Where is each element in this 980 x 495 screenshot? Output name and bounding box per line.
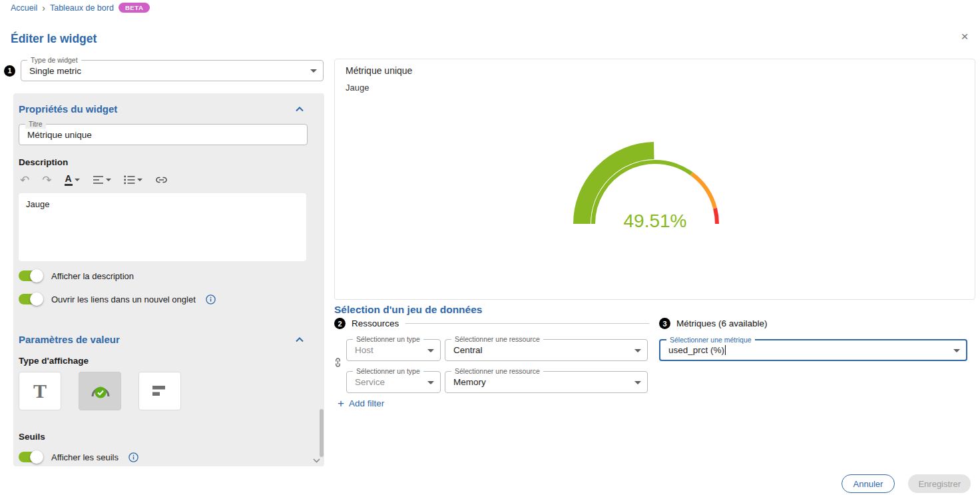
display-type-bar-button[interactable] <box>138 372 181 410</box>
text-cursor <box>725 345 726 355</box>
properties-section-header: Propriétés du widget <box>19 101 306 117</box>
chevron-down-icon <box>427 381 434 384</box>
metric-select[interactable]: Sélectionner une métrique used_prct (%) <box>659 339 967 361</box>
metric-select-value: used_prct (%) <box>668 345 724 355</box>
resources-label: Ressources <box>352 318 399 328</box>
align-button[interactable] <box>91 173 113 187</box>
open-links-info-icon[interactable] <box>206 294 216 304</box>
breadcrumb-home-link[interactable]: Accueil <box>11 3 37 13</box>
value-settings-section-header: Paramètres de valeur <box>19 332 306 347</box>
chevron-up-icon <box>296 337 304 342</box>
chevron-down-icon <box>106 179 111 181</box>
open-links-toggle[interactable] <box>19 294 43 304</box>
step-1-badge: 1 <box>4 65 15 77</box>
gauge-display-icon <box>87 380 113 402</box>
show-thresholds-label: Afficher les seuils <box>51 452 119 462</box>
resource-row: Sélectionner un type Host Sélectionner u… <box>346 339 648 361</box>
resource-row: Sélectionner un type Service Sélectionne… <box>346 371 648 393</box>
widget-editor-page: Accueil › Tableaux de bord BETA Éditer l… <box>0 0 980 495</box>
text-color-icon: A <box>65 174 73 186</box>
chevron-down-icon <box>137 179 142 181</box>
link-resources-icon <box>334 358 342 368</box>
show-thresholds-toggle[interactable] <box>19 452 43 462</box>
plus-icon: + <box>338 398 344 409</box>
link-icon[interactable] <box>154 174 169 186</box>
chevron-down-icon <box>634 349 641 352</box>
display-type-label: Type d'affichage <box>19 356 89 366</box>
widget-type-select[interactable]: Type de widget Single metric <box>21 60 324 81</box>
gauge-value-text: 49.51% <box>623 211 686 231</box>
resources-divider <box>405 323 649 324</box>
thresholds-label: Seuils <box>19 432 45 442</box>
save-button[interactable]: Enregistrer <box>908 474 971 493</box>
text-display-icon: T <box>33 381 47 401</box>
show-description-label: Afficher la description <box>51 271 134 281</box>
collapse-value-settings-button[interactable] <box>293 332 306 347</box>
metrics-label: Métriques (6 available) <box>676 318 768 328</box>
close-icon[interactable]: × <box>956 28 973 45</box>
preview-description: Jauge <box>346 83 369 93</box>
display-type-gauge-button[interactable] <box>79 372 121 410</box>
step-3-badge: 3 <box>659 318 670 329</box>
resource-type-select-1[interactable]: Sélectionner un type Host <box>346 339 441 361</box>
resource-type-select-2-value: Service <box>355 377 385 387</box>
redo-icon[interactable]: ↷ <box>41 173 53 187</box>
resource-select-2[interactable]: Sélectionner une ressource Memory <box>445 371 648 393</box>
title-field-value: Métrique unique <box>27 130 92 140</box>
align-left-icon <box>93 175 104 185</box>
collapse-properties-button[interactable] <box>293 101 306 117</box>
cancel-button[interactable]: Annuler <box>842 474 895 493</box>
display-type-text-button[interactable]: T <box>19 372 61 410</box>
widget-type-select-label: Type de widget <box>27 56 81 65</box>
breadcrumb-separator-icon: › <box>42 3 45 13</box>
thresholds-info-icon[interactable] <box>128 452 138 462</box>
value-settings-heading: Paramètres de valeur <box>19 334 120 345</box>
resource-select-1-value: Central <box>453 345 483 355</box>
metrics-header: 3 Métriques (6 available) <box>659 318 768 329</box>
page-title: Éditer le widget <box>11 32 97 46</box>
properties-heading: Propriétés du widget <box>19 103 117 115</box>
resource-select-2-label: Sélectionner une ressource <box>451 367 543 376</box>
gauge-chart: 49.51% <box>555 123 755 237</box>
show-thresholds-row: Afficher les seuils <box>19 452 138 462</box>
text-color-button[interactable]: A <box>63 173 81 187</box>
modal-footer: Annuler Enregistrer <box>842 474 971 493</box>
resource-type-select-1-label: Sélectionner un type <box>353 335 423 344</box>
panel-scrollbar[interactable] <box>320 409 324 457</box>
resource-select-1-label: Sélectionner une ressource <box>451 335 543 344</box>
resource-type-select-1-value: Host <box>355 345 373 355</box>
description-label: Description <box>19 157 68 167</box>
breadcrumb: Accueil › Tableaux de bord BETA <box>11 3 150 13</box>
show-description-toggle[interactable] <box>19 270 43 281</box>
open-links-label: Ouvrir les liens dans un nouvel onglet <box>51 294 196 304</box>
widget-preview: Métrique unique Jauge 49.51% <box>334 59 975 300</box>
chevron-down-icon <box>634 381 641 384</box>
rich-text-toolbar: ↶ ↷ A <box>19 171 169 189</box>
add-filter-button[interactable]: + Add filter <box>338 398 384 409</box>
widget-properties-panel: Propriétés du widget Titre Métrique uniq… <box>13 93 324 466</box>
scroll-down-icon[interactable] <box>313 455 320 465</box>
chevron-down-icon <box>427 349 434 352</box>
title-field-label: Titre <box>25 120 46 129</box>
undo-icon[interactable]: ↶ <box>19 173 31 187</box>
beta-badge: BETA <box>119 3 150 13</box>
bar-display-icon <box>150 382 170 400</box>
open-links-row: Ouvrir les liens dans un nouvel onglet <box>19 294 216 304</box>
title-field[interactable]: Titre Métrique unique <box>19 124 308 145</box>
widget-type-select-value: Single metric <box>29 66 81 76</box>
step-2-badge: 2 <box>334 318 346 329</box>
resource-select-1[interactable]: Sélectionner une ressource Central <box>445 339 648 361</box>
chevron-down-icon <box>75 179 80 181</box>
chevron-down-icon <box>953 349 960 352</box>
show-description-row: Afficher la description <box>19 270 134 281</box>
resource-type-select-2[interactable]: Sélectionner un type Service <box>346 371 441 393</box>
description-editor[interactable]: Jauge <box>19 193 306 261</box>
widget-type-row: 1 Type de widget Single metric <box>4 60 324 81</box>
preview-title: Métrique unique <box>346 65 412 76</box>
metric-select-label: Sélectionner une métrique <box>666 336 755 344</box>
chevron-up-icon <box>296 107 304 112</box>
resource-select-2-value: Memory <box>453 377 486 387</box>
breadcrumb-dashboards-link[interactable]: Tableaux de bord <box>50 3 114 13</box>
list-button[interactable] <box>122 173 144 187</box>
chevron-down-icon <box>310 69 317 73</box>
